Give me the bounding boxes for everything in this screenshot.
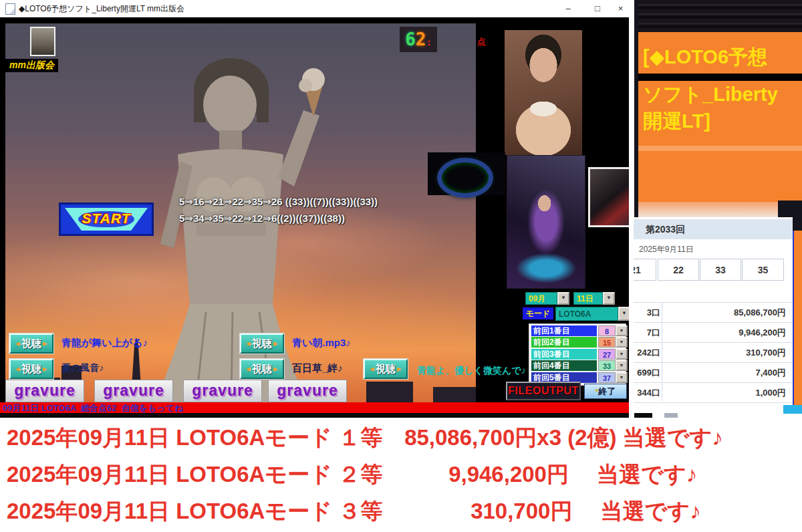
side-title-line-1: [◆LOTO6予想 <box>643 44 802 71</box>
winning-number-cell: 22 <box>658 259 699 281</box>
listen-button-1[interactable]: ◀ 視聴 ▶ <box>9 334 53 354</box>
table-column-divider <box>662 302 662 401</box>
close-button[interactable]: × <box>612 0 629 17</box>
banner-line-2: 2025年09月11日 LOTO6Aモード ２等 9,946,200円 当選です… <box>7 460 697 490</box>
prize-units: 344口 <box>634 383 660 402</box>
gravure-button-2[interactable]: gravure <box>94 380 173 402</box>
month-select[interactable]: 09月 <box>525 292 557 305</box>
listen-button-4[interactable]: ◀ 視聴 ▶ <box>240 359 284 379</box>
counter-colon: : <box>426 37 431 47</box>
counter-digit-green: 6 <box>405 29 416 49</box>
statue-thumbnail <box>30 27 55 56</box>
screen: ◆LOTO6予想ソフト_Liberty開運LT mm出版会 – □ × <box>0 0 802 532</box>
listen-button-label: 視聴 <box>252 338 272 350</box>
status-bar: 09月11日 LOTO6A 総合点62 自信をもってね <box>0 402 629 414</box>
minimize-button[interactable]: – <box>553 0 583 17</box>
prize-amount: 1,000円 <box>755 383 786 402</box>
prize-units: 699口 <box>634 363 660 382</box>
prize-row: 699口 7,400円 <box>634 363 793 383</box>
prev-row-3-arrow[interactable]: ▼ <box>616 349 628 360</box>
prize-row: 344口 1,000円 <box>634 383 793 403</box>
photo-pachinko-machine <box>507 155 585 289</box>
prize-amount: 9,946,200円 <box>739 323 786 342</box>
prediction-sequence-2: 5⇒34⇒35⇒22⇒12⇒6((2))((37))((38)) <box>179 213 473 225</box>
song-title-3: 青い朝.mp3♪ <box>292 337 351 350</box>
listen-button-3[interactable]: ◀ 視聴 ▶ <box>240 334 284 354</box>
results-date: 2025年9月11日 <box>639 244 694 255</box>
gravure-button-4[interactable]: gravure <box>268 380 347 402</box>
maximize-button[interactable]: □ <box>583 0 612 17</box>
prize-units: 7口 <box>634 323 660 342</box>
results-round: 第2033回 <box>646 224 685 236</box>
exit-button[interactable]: *終了 <box>584 384 627 399</box>
page-scroll-strip[interactable] <box>793 231 802 406</box>
song-title-2: 夏の風音♪ <box>61 362 104 374</box>
listen-deco-left: ◀ <box>246 340 251 347</box>
song-title-4: 百日草_絆♪ <box>292 362 343 375</box>
counter-digit-orange: 2 <box>416 29 426 49</box>
prize-amount: 7,400円 <box>755 363 786 382</box>
scroll-handle[interactable] <box>783 405 802 414</box>
gravure-button-1[interactable]: gravure <box>5 380 84 402</box>
photo-ring-ornament <box>428 152 505 195</box>
listen-deco-right: ▶ <box>273 340 278 347</box>
photo-woman-portrait <box>505 30 582 155</box>
exit-button-label: 終了 <box>598 386 616 396</box>
month-select-arrow[interactable]: ▼ <box>557 292 569 305</box>
fileoutput-button[interactable]: FILEOUTPUT <box>506 382 581 400</box>
prev-row-3-value[interactable]: 27 <box>598 349 616 360</box>
listen-button-label: 視聴 <box>21 363 41 376</box>
listen-deco-right: ▶ <box>43 340 47 347</box>
side-light-band <box>638 146 802 151</box>
listen-button-label: 視聴 <box>252 363 272 376</box>
prize-amount: 85,086,700円 <box>734 303 786 322</box>
listen-deco-right: ▶ <box>273 366 278 372</box>
prev-row-1-value[interactable]: 8 <box>598 325 616 336</box>
banner-line-3: 2025年09月11日 LOTO6Aモード ３等 310,700円 当選です♪ <box>7 497 701 527</box>
score-counter: 62: <box>400 27 437 52</box>
mode-label: モード <box>523 307 553 319</box>
listen-deco-right: ▶ <box>43 366 47 372</box>
day-select[interactable]: 11日 <box>573 292 603 305</box>
listen-button-5[interactable]: ◀ 視聴 ▶ <box>364 359 408 379</box>
prev-row-1-arrow[interactable]: ▼ <box>616 325 628 336</box>
prev-row-3-label: 前回3番目 <box>531 349 597 360</box>
prize-units: 3口 <box>634 303 660 322</box>
side-top-band <box>638 0 802 32</box>
winning-number-cell: 33 <box>700 259 741 281</box>
window-title: ◆LOTO6予想ソフト_Liberty開運LT mm出版会 <box>19 3 184 15</box>
results-table: 第2033回 2025年9月11日 21 22 33 35 3口 85,086,… <box>634 217 793 412</box>
prev-row-5-value[interactable]: 37 <box>598 372 616 383</box>
prize-row: 3口 85,086,700円 <box>634 303 793 323</box>
mode-select[interactable]: LOTO6A <box>555 307 618 321</box>
winning-number-cell: 35 <box>742 259 784 281</box>
prev-row-4-value[interactable]: 33 <box>598 360 616 371</box>
side-title-line-3: 開運LT] <box>643 108 802 135</box>
listen-deco-left: ◀ <box>15 340 20 347</box>
day-select-arrow[interactable]: ▼ <box>603 292 615 305</box>
listen-button-label: 視聴 <box>376 363 396 376</box>
prize-row: 7口 9,946,200円 <box>634 323 793 343</box>
listen-button-label: 視聴 <box>21 338 41 350</box>
prev-row-4-arrow[interactable]: ▼ <box>616 360 628 371</box>
prev-row-2-arrow[interactable]: ▼ <box>616 337 628 348</box>
prev-row-1-label: 前回1番目 <box>531 325 597 336</box>
listen-deco-left: ◀ <box>370 366 374 372</box>
listen-deco-right: ▶ <box>397 366 402 372</box>
prev-row-5-arrow[interactable]: ▼ <box>616 372 628 383</box>
prize-row: 242口 310,700円 <box>634 343 793 363</box>
prize-rows: 3口 85,086,700円 7口 9,946,200円 242口 310,70… <box>634 302 793 403</box>
gravure-button-3[interactable]: gravure <box>183 380 262 402</box>
prev-row-2-label: 前回2番目 <box>531 337 597 348</box>
listen-deco-left: ◀ <box>246 366 251 372</box>
prize-amount: 310,700円 <box>746 343 786 362</box>
start-button[interactable]: START <box>59 203 154 236</box>
winning-banner: 2025年09月11日 LOTO6Aモード １等 85,086,700円x3 (… <box>0 418 802 532</box>
prize-units: 242口 <box>634 343 660 362</box>
song-title-1: 青龍が舞い上がる♪ <box>61 337 148 350</box>
prev-row-4-label: 前回4番目 <box>531 360 597 371</box>
listen-button-2[interactable]: ◀ 視聴 ▶ <box>9 359 53 379</box>
prev-row-2-value[interactable]: 15 <box>598 337 616 348</box>
start-button-label: START <box>61 211 152 227</box>
side-title-line-2: ソフト_Liberty <box>643 82 802 108</box>
